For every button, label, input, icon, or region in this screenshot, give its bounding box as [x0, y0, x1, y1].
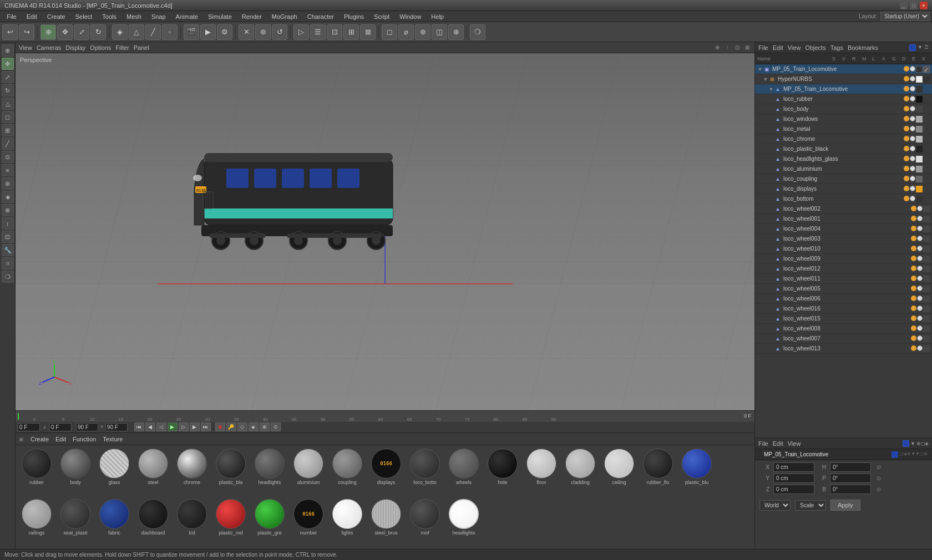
attr-x-input[interactable] [773, 462, 814, 472]
material-plastic-black[interactable]: plastic_bla [212, 447, 250, 497]
obj-row-loco-plastic-black[interactable]: ▲ loco_plastic_black [755, 144, 932, 154]
viewport-options-menu[interactable]: Options [90, 44, 111, 51]
obj-row-wheel016[interactable]: ▲ loco_wheel016 [755, 304, 932, 314]
obj-row-loco-headlights-glass[interactable]: ▲ loco_headlights_glass [755, 154, 932, 164]
next-frame-button[interactable]: ▶ [190, 422, 200, 431]
play-button[interactable]: ▶ [168, 422, 178, 431]
tool-c[interactable]: ⊞ [2, 124, 14, 136]
obj-row-loco-rubber[interactable]: ▲ loco_rubber [755, 94, 932, 104]
viewport-icon-1[interactable]: ⊕ [713, 44, 721, 52]
material-plastic-blue[interactable]: plastic_blu [678, 447, 716, 497]
goto-end-button[interactable]: ⏭ [201, 422, 211, 431]
polygon-mode-button[interactable]: △ [129, 24, 144, 40]
material-dashboard[interactable]: dashboard [134, 498, 172, 547]
render-view-button[interactable]: 🎬 [184, 24, 199, 40]
obj-tb-view[interactable]: View [788, 44, 801, 51]
tool-j[interactable]: ↕ [2, 217, 14, 230]
obj-tb-tags[interactable]: Tags [830, 44, 843, 51]
mat-create-menu[interactable]: Create [31, 436, 49, 442]
tool-scale-icon[interactable]: ⤢ [2, 71, 14, 83]
tool-12[interactable]: ◫ [432, 24, 447, 40]
viewport-view-menu[interactable]: View [19, 44, 32, 51]
tool-h[interactable]: ◈ [2, 191, 14, 203]
viewport-cameras-menu[interactable]: Cameras [37, 44, 62, 51]
obj-tb-objects[interactable]: Objects [805, 44, 825, 51]
attr-h-input[interactable] [830, 462, 871, 472]
obj-mgr-sort-icon[interactable]: ▼ [918, 44, 923, 51]
object-mode-button[interactable]: ◈ [112, 24, 128, 40]
tool-14[interactable]: ❍ [470, 24, 485, 40]
tool-d[interactable]: ╱ [2, 138, 14, 150]
mat-function-menu[interactable]: Function [73, 436, 96, 442]
layout-select[interactable]: Startup (User) [880, 12, 930, 21]
tool-a[interactable]: △ [2, 98, 14, 110]
tool-3[interactable]: ↺ [272, 24, 287, 40]
scale-button[interactable]: ⤢ [74, 24, 89, 40]
material-floor[interactable]: floor [523, 447, 560, 497]
tool-move[interactable]: ✥ [2, 58, 14, 70]
material-plastic-green[interactable]: plastic_gre [251, 498, 288, 547]
point-mode-button[interactable]: ◦ [162, 24, 178, 40]
menu-mograph[interactable]: MoGraph [267, 12, 302, 21]
obj-row-loco-main[interactable]: ▼ ▲ MP_05_Train_Locomotive [755, 84, 932, 94]
obj-row-loco-body[interactable]: ▲ loco_body [755, 104, 932, 114]
record-button[interactable]: ⏺ [215, 422, 225, 431]
window-controls[interactable]: _ □ × [900, 2, 928, 9]
tool-8[interactable]: ⊠ [360, 24, 376, 40]
obj-row-wheel011[interactable]: ▲ loco_wheel011 [755, 274, 932, 284]
obj-row-root[interactable]: ▼ ▣ MP_05_Train_Locomotive ✓ [755, 64, 932, 74]
material-seat-plastic[interactable]: seat_plasti [57, 498, 94, 547]
obj-row-loco-aluminium[interactable]: ▲ loco_aluminium [755, 164, 932, 174]
material-lcd[interactable]: lcd [173, 498, 211, 547]
key-sel-button[interactable]: ⊕ [260, 422, 270, 431]
attr-tb-view[interactable]: View [788, 440, 801, 447]
material-steel-brushed[interactable]: steel_brus [367, 498, 405, 547]
maximize-button[interactable]: □ [910, 2, 918, 9]
attr-b-input[interactable] [830, 485, 871, 494]
menu-plugins[interactable]: Plugins [340, 12, 368, 21]
attr-world-select[interactable]: World [759, 500, 791, 511]
viewport-display-menu[interactable]: Display [65, 44, 85, 51]
tool-k[interactable]: ⊡ [2, 231, 14, 243]
tool-11[interactable]: ⊛ [415, 24, 430, 40]
tool-5[interactable]: ☰ [310, 24, 326, 40]
viewport-fullscreen[interactable]: ⊡ [733, 44, 741, 52]
obj-row-wheel008[interactable]: ▲ loco_wheel008 [755, 324, 932, 334]
menu-create[interactable]: Create [43, 12, 70, 21]
max-frame-input[interactable] [105, 423, 128, 431]
tool-9[interactable]: ◻ [382, 24, 397, 40]
material-fabric[interactable]: fabric [95, 498, 133, 547]
menu-character[interactable]: Character [303, 12, 338, 21]
minimize-button[interactable]: _ [900, 2, 908, 9]
material-headlights[interactable]: headlights [251, 447, 288, 497]
obj-row-loco-displays[interactable]: ▲ loco_displays [755, 184, 932, 194]
menu-script[interactable]: Script [369, 12, 394, 21]
tool-i[interactable]: ⊗ [2, 204, 14, 216]
obj-row-wheel013[interactable]: ▲ loco_wheel013 [755, 344, 932, 354]
obj-row-loco-windows[interactable]: ▲ loco_windows [755, 114, 932, 124]
prev-frame-button[interactable]: ◀ [145, 422, 155, 431]
material-chrome[interactable]: chrome [173, 447, 211, 497]
obj-row-wheel012[interactable]: ▲ loco_wheel012 [755, 264, 932, 274]
material-plastic-red[interactable]: plastic_red [212, 498, 250, 547]
tool-10[interactable]: ⌀ [398, 24, 414, 40]
material-loco-bottom[interactable]: loco_botto [406, 447, 444, 497]
obj-row-wheel001[interactable]: ▲ loco_wheel001 [755, 214, 932, 224]
rotate-button[interactable]: ↻ [90, 24, 106, 40]
move-button[interactable]: ✥ [57, 24, 73, 40]
live-select-button[interactable]: ⊕ [40, 24, 56, 40]
render-picture-button[interactable]: ▶ [200, 24, 216, 40]
render-settings-button[interactable]: ⚙ [217, 24, 232, 40]
material-roof[interactable]: roof [406, 498, 444, 547]
obj-row-wheel015[interactable]: ▲ loco_wheel015 [755, 314, 932, 324]
close-button[interactable]: × [920, 2, 928, 9]
viewport-panel-menu[interactable]: Panel [134, 44, 149, 51]
key-button[interactable]: ◇ [237, 422, 247, 431]
timeline-ruler[interactable]: 0 5 10 15 20 25 30 35 40 45 50 55 60 65 … [16, 411, 754, 422]
attr-sort-icon[interactable]: ▼ [910, 441, 915, 446]
menu-window[interactable]: Window [395, 12, 426, 21]
menu-animate[interactable]: Animate [171, 12, 202, 21]
menu-help[interactable]: Help [427, 12, 448, 21]
attr-scale-select[interactable]: Scale [795, 500, 826, 511]
tool-f[interactable]: ≡ [2, 164, 14, 176]
